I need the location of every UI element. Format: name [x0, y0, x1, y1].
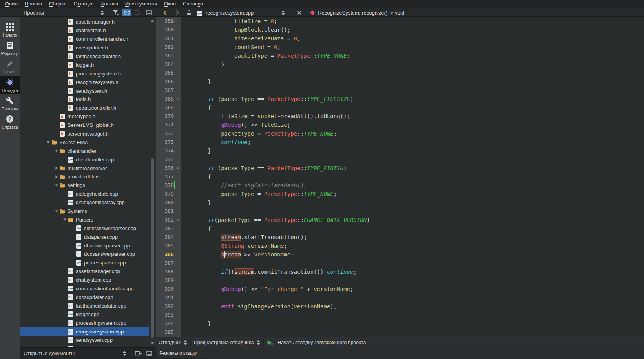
code-line-395[interactable]: 395: [156, 328, 644, 337]
code-line-359[interactable]: 359 fileSize = 0;: [156, 17, 644, 26]
menu-item[interactable]: Правка: [21, 0, 46, 8]
chevron-right-icon[interactable]: [53, 175, 60, 178]
gutter-line-375[interactable]: 375: [156, 155, 181, 164]
sort-arrows-icon[interactable]: [120, 350, 129, 357]
tree-item-sendsystem.cpp[interactable]: C++sendsystem.cpp: [20, 336, 149, 344]
gutter-line-374[interactable]: 374: [156, 147, 181, 155]
code-text[interactable]: qDebug() << "For change " + versionName;: [181, 285, 353, 293]
mode-Начало[interactable]: Начало: [0, 20, 20, 39]
code-line-378[interactable]: 378 //emit sigCalculateHash();: [156, 181, 644, 190]
tree-item-recognizesystem.h[interactable]: hrecognizesystem.h: [20, 78, 149, 86]
code-line-386[interactable]: 386 stream >> versionName;: [156, 250, 644, 259]
code-line-369[interactable]: 369 {: [156, 103, 644, 112]
collapse-panel-icon[interactable]: [145, 350, 153, 357]
collapse-panel-icon[interactable]: [144, 9, 153, 16]
code-line-388[interactable]: 388 if(!stream.commitTransaction()) cont…: [156, 267, 644, 276]
gutter-line-372[interactable]: 372: [156, 129, 181, 138]
code-text[interactable]: }: [181, 198, 211, 207]
fold-marker-icon[interactable]: ▾: [175, 164, 181, 172]
code-text[interactable]: {: [181, 103, 211, 112]
gutter-line-368[interactable]: 368▾: [156, 95, 181, 103]
tree-item-tools.h[interactable]: htools.h: [20, 95, 149, 104]
gutter-line-366[interactable]: 366: [156, 77, 181, 86]
split-add-icon[interactable]: [134, 350, 142, 357]
tree-item-serverlmswidget.h[interactable]: hserverlmswidget.h: [20, 130, 149, 138]
start-debugging-label[interactable]: Начать отладку запускающего проекта: [277, 340, 366, 345]
menu-item[interactable]: Окно: [161, 0, 179, 8]
menu-item[interactable]: Отладка: [70, 0, 97, 8]
gutter-line-379[interactable]: 379: [156, 190, 181, 198]
code-text[interactable]: if(!stream.commitTransaction()) continue…: [181, 267, 357, 276]
code-line-392[interactable]: 392 emit sigChangeVersion(versionName);: [156, 302, 644, 311]
file-lock-icon[interactable]: [185, 9, 193, 16]
tree-item-providerdblms[interactable]: providerdblms: [20, 172, 149, 181]
code-text[interactable]: qDebug() << fileSize;: [181, 121, 290, 129]
tree-item-assetsmanager.h[interactable]: hassetsmanager.h: [20, 18, 149, 26]
gutter-line-371[interactable]: 371: [156, 121, 181, 129]
gutter-line-384[interactable]: 384: [156, 233, 181, 242]
gutter-line-365[interactable]: 365: [156, 69, 181, 77]
tree-item-docsupdater.h[interactable]: hdocsupdater.h: [20, 44, 149, 52]
tree-item-commonclienthandler.h[interactable]: hcommonclienthandler.h: [20, 35, 149, 44]
tree-item-ServerLMS_global.h[interactable]: hServerLMS_global.h: [20, 121, 149, 130]
code-text[interactable]: packetType = PacketType::TYPE_NONE;: [181, 129, 337, 138]
tree-item-docsanswerparser.cpp[interactable]: C++docsanswerparser.cpp: [20, 250, 149, 258]
tree-item-logger.h[interactable]: hlogger.h: [20, 60, 149, 69]
gutter-line-369[interactable]: 369: [156, 103, 181, 112]
code-line-375[interactable]: 375: [156, 155, 644, 164]
code-text[interactable]: }: [181, 77, 211, 86]
code-line-372[interactable]: 372 packetType = PacketType::TYPE_NONE;: [156, 129, 644, 138]
debugger-preset-combo[interactable]: Преднастройка отладчика: [194, 340, 261, 345]
gutter-line-373[interactable]: 373: [156, 138, 181, 147]
debugger-combo[interactable]: Отладчик: [159, 340, 187, 345]
code-text[interactable]: packetType = PacketType::TYPE_NONE;: [181, 190, 337, 198]
tree-item-chatsystem.h[interactable]: hchatsystem.h: [20, 26, 149, 35]
tree-item-processparser.cpp[interactable]: C++processparser.cpp: [20, 258, 149, 267]
chevron-down-icon[interactable]: [62, 218, 68, 221]
tree-item-commonclienthandler.cpp[interactable]: C++commonclienthandler.cpp: [20, 284, 149, 293]
tree-item-metatypes.h[interactable]: hmetatypes.h: [20, 112, 149, 121]
code-line-394[interactable]: 394 }: [156, 319, 644, 328]
navigate-back-icon[interactable]: [161, 9, 169, 16]
tree-item-dataparser.cpp[interactable]: C++dataparser.cpp: [20, 233, 149, 241]
code-line-370[interactable]: 370 fileSize = socket->readAll().toULong…: [156, 112, 644, 121]
chevron-down-icon[interactable]: [53, 210, 60, 212]
tree-item-Source Files[interactable]: Source Files: [20, 138, 149, 147]
gutter-line-359[interactable]: 359: [156, 17, 181, 26]
gutter-line-387[interactable]: 387: [156, 259, 181, 267]
mode-Редактор[interactable]: Редактор: [0, 39, 20, 57]
gutter-line-392[interactable]: 392: [156, 302, 181, 311]
code-line-361[interactable]: 361 sizeReceiveData = 0;: [156, 34, 644, 43]
code-line-377[interactable]: 377 {: [156, 172, 644, 181]
code-text[interactable]: sizeReceiveData = 0;: [181, 34, 300, 43]
start-debugging-icon[interactable]: [267, 340, 274, 346]
mode-Отладка[interactable]: Отладка: [0, 76, 20, 94]
tree-item-assetsmanager.cpp[interactable]: C++assetsmanager.cpp: [20, 267, 149, 276]
chevron-down-icon[interactable]: [53, 184, 60, 187]
open-documents-title[interactable]: Открытые документы: [24, 350, 117, 356]
code-text[interactable]: stream.startTransaction();: [181, 233, 307, 242]
gutter-line-367[interactable]: 367: [156, 86, 181, 95]
scroll-down-icon[interactable]: [150, 341, 155, 345]
menu-item[interactable]: Инструменты: [122, 0, 161, 8]
code-line-367[interactable]: 367: [156, 86, 644, 95]
code-text[interactable]: if (packetType == PacketType::TYPE_FINIS…: [181, 164, 347, 172]
code-text[interactable]: tmpBlock.clear();: [181, 26, 290, 34]
code-line-390[interactable]: 390 qDebug() << "For change " + versionN…: [156, 285, 644, 293]
tree-item-chatsystem.cpp[interactable]: C++chatsystem.cpp: [20, 276, 149, 284]
code-line-373[interactable]: 373 continue;: [156, 138, 644, 147]
code-line-363[interactable]: 363 packetType = PacketType::TYPE_NONE;: [156, 51, 644, 60]
code-text[interactable]: }: [181, 319, 211, 328]
code-line-389[interactable]: 389: [156, 276, 644, 285]
tree-item-recognizesystem.cpp[interactable]: C++recognizesystem.cpp: [20, 327, 149, 336]
gutter-line-394[interactable]: 394: [156, 319, 181, 328]
code-line-371[interactable]: 371 qDebug() << fileSize;: [156, 121, 644, 129]
tree-item-dialogcheckdb.cpp[interactable]: C++dialogcheckdb.cpp: [20, 190, 149, 198]
code-line-366[interactable]: 366 }: [156, 77, 644, 86]
code-line-383[interactable]: 383 {: [156, 224, 644, 233]
link-with-editor-icon[interactable]: [122, 9, 131, 16]
tree-item-dialogsettingstray.cpp[interactable]: C++dialogsettingstray.cpp: [20, 198, 149, 207]
code-line-381[interactable]: 381: [156, 207, 644, 216]
close-document-icon[interactable]: [295, 9, 303, 16]
tree-item-updatecontroller.h[interactable]: hupdatecontroller.h: [20, 104, 149, 112]
